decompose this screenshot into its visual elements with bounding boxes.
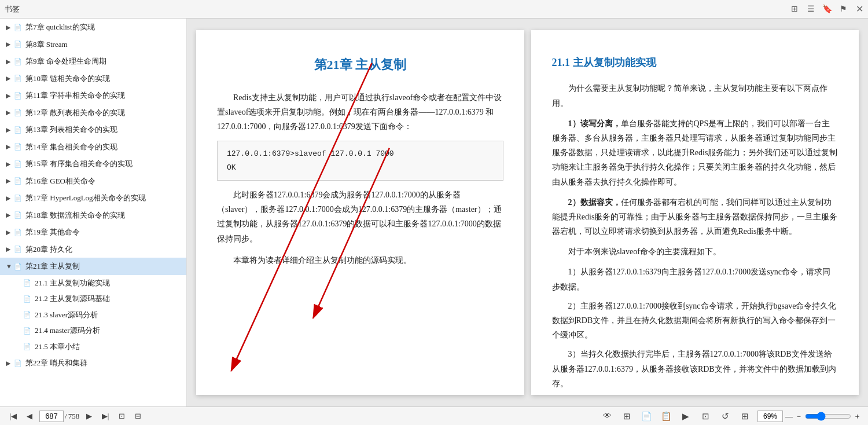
sidebar-item-label: 第13章 列表相关命令的实现	[25, 124, 182, 135]
right-point1: 1）读写分离，单台服务器能支持的QPS是有上限的，我们可以部署一台主服务器、多台…	[552, 116, 838, 189]
page-icon: 📄	[14, 39, 23, 49]
code-line-1: 127.0.0.1:6379>slaveof 127.0.0.1 7000	[227, 147, 494, 160]
page-icon: 📄	[14, 228, 23, 237]
sidebar-item-label: 第21章 主从复制	[25, 261, 182, 272]
close-button[interactable]: ✕	[856, 3, 863, 14]
sidebar-item-ch7[interactable]: ▶ 📄 第7章 quicklist的实现	[0, 19, 186, 36]
sidebar-item-ch20[interactable]: ▶ 📄 第20章 持久化	[0, 241, 186, 258]
arrow-icon: ▶	[6, 142, 14, 152]
flag-icon[interactable]: ⚑	[837, 3, 849, 15]
play-icon[interactable]: ▶	[679, 409, 693, 423]
step1: 1）从服务器127.0.0.1:6379向主服务器127.0.0.1:7000发…	[552, 265, 838, 294]
fit-width-button[interactable]: ⊟	[131, 410, 144, 423]
fit-page-icon[interactable]: ⊞	[620, 409, 634, 423]
sidebar-item-ch18[interactable]: ▶ 📄 第18章 数据流相关命令的实现	[0, 207, 186, 224]
sidebar-item-ch17[interactable]: ▶ 📄 第17章 HyperLogLog相关命令的实现	[0, 189, 186, 207]
window-title: 书签	[5, 4, 789, 14]
arrow-icon: ▶	[6, 125, 14, 135]
sidebar-item-label: 第8章 Stream	[25, 39, 182, 50]
sidebar-sub-item-21-4[interactable]: 📄 21.4 master源码分析	[0, 323, 186, 339]
sidebar-sub-label: 21.4 master源码分析	[35, 325, 100, 336]
sidebar-item-label: 第15章 有序集合相关命令的实现	[25, 158, 182, 170]
sidebar-sub-label: 21.2 主从复制源码基础	[35, 293, 110, 305]
page-icon: 📄	[14, 125, 23, 135]
sidebar-item-ch13[interactable]: ▶ 📄 第13章 列表相关命令的实现	[0, 121, 186, 138]
next-page-button[interactable]: ▶	[83, 410, 95, 423]
sidebar-item-ch16[interactable]: ▶ 📄 第16章 GEO相关命令	[0, 173, 186, 190]
document-area: 第21章 主从复制 Redis支持主从复制功能，用户可以通过执行slaveof命…	[187, 19, 868, 406]
code-line-2: OK	[227, 161, 494, 174]
zoom-area: — － ＋	[757, 411, 861, 422]
slaveof-intro: 对于本例来说slaveof命令的主要流程如下。	[552, 244, 838, 259]
left-para-2: 此时服务器127.0.0.1:6379会成为服务器127.0.0.1:7000的…	[217, 188, 503, 246]
sidebar-sub-item-21-5[interactable]: 📄 21.5 本章小结	[0, 339, 186, 355]
arrow-icon: ▶	[6, 57, 14, 67]
zoom-slider[interactable]	[805, 412, 851, 421]
page-small-icon: 📄	[23, 294, 32, 304]
sidebar-sub-item-21-2[interactable]: 📄 21.2 主从复制源码基础	[0, 291, 186, 307]
right-point2: 2）数据容灾，任何服务器都有宕机的可能，我们同样可以通过主从复制功能提升Redi…	[552, 195, 838, 239]
arrow-icon: ▶	[6, 23, 14, 32]
sidebar-item-ch21[interactable]: ▼ 📄 第21章 主从复制	[0, 258, 186, 275]
step3: 3）当持久化数据执行完毕后，主服务器127.0.0.1:7000将该RDB文件发…	[552, 347, 838, 391]
select-icon[interactable]: ⊞	[738, 409, 752, 423]
current-page-input[interactable]	[39, 411, 64, 422]
dual-page-icon[interactable]: 📋	[659, 409, 673, 423]
sidebar-item-ch8[interactable]: ▶ 📄 第8章 Stream	[0, 36, 186, 53]
page-icon: 📄	[14, 57, 23, 67]
rotate-icon[interactable]: ↺	[718, 409, 732, 423]
last-page-button[interactable]: ▶|	[99, 410, 112, 423]
sidebar-item-ch12[interactable]: ▶ 📄 第12章 散列表相关命令的实现	[0, 104, 186, 122]
snap-icon[interactable]: ⊡	[698, 409, 712, 423]
page-icon: 📄	[14, 108, 23, 118]
right-intro: 为什么需要主从复制功能呢？简单来说，主从复制功能主要有以下两点作用。	[552, 81, 838, 110]
sidebar-item-label: 第11章 字符串相关命令的实现	[25, 90, 182, 101]
sidebar-item-label: 第12章 散列表相关命令的实现	[25, 107, 182, 119]
sidebar-item-ch9[interactable]: ▶ 📄 第9章 命令处理生命周期	[0, 53, 186, 70]
page-small-icon: 📄	[23, 310, 32, 320]
sidebar-item-ch14[interactable]: ▶ 📄 第14章 集合相关命令的实现	[0, 138, 186, 156]
zoom-minus-button[interactable]: －	[795, 411, 803, 422]
page-icon: 📄	[14, 23, 23, 32]
page-icon: 📄	[14, 210, 23, 220]
page-icon: 📄	[14, 358, 23, 368]
sidebar-item-ch15[interactable]: ▶ 📄 第15章 有序集合相关命令的实现	[0, 155, 186, 173]
sidebar-item-ch10[interactable]: ▶ 📄 第10章 链相关命令的实现	[0, 70, 186, 87]
sidebar-item-label: 第19章 其他命令	[25, 226, 182, 238]
arrow-icon: ▶	[6, 108, 14, 118]
arrow-icon: ▶	[6, 74, 14, 83]
list-icon[interactable]: ☰	[805, 3, 816, 15]
sidebar-content: ▶ 📄 第7章 quicklist的实现 ▶ 📄 第8章 Stream ▶ 📄 …	[0, 19, 186, 406]
prev-page-button[interactable]: ◀	[23, 410, 36, 423]
sidebar-item-label: 第7章 quicklist的实现	[25, 21, 182, 33]
eye-icon[interactable]: 👁	[600, 409, 614, 423]
code-block: 127.0.0.1:6379>slaveof 127.0.0.1 7000 OK	[217, 141, 503, 181]
sidebar-item-ch22[interactable]: ▶ 📄 第22章 哨兵和集群	[0, 354, 186, 372]
point1-title-text: 1）读写分离，	[568, 119, 621, 128]
single-page-icon[interactable]: 📄	[639, 409, 653, 423]
fit-page-button[interactable]: ⊡	[115, 410, 128, 423]
top-bar: 书签 ⊞ ☰ 🔖 ⚑ ✕	[0, 0, 868, 19]
page-icon: 📄	[14, 142, 23, 152]
zoom-input[interactable]	[757, 411, 783, 422]
sidebar-sub-label: 21.3 slaver源码分析	[35, 309, 98, 321]
sidebar-item-ch11[interactable]: ▶ 📄 第11章 字符串相关命令的实现	[0, 87, 186, 104]
sidebar-sub-item-21-3[interactable]: 📄 21.3 slaver源码分析	[0, 307, 186, 323]
page-icon: 📄	[14, 91, 23, 101]
page-separator: /	[65, 412, 67, 421]
arrow-icon: ▼	[6, 262, 14, 272]
bookmark-icon[interactable]: 🔖	[821, 3, 833, 15]
sidebar: ▶ 📄 第7章 quicklist的实现 ▶ 📄 第8章 Stream ▶ 📄 …	[0, 19, 187, 406]
arrow-icon: ▶	[6, 39, 14, 49]
sidebar-item-label: 第9章 命令处理生命周期	[25, 56, 182, 67]
grid-icon[interactable]: ⊞	[789, 3, 800, 15]
total-pages: 758	[68, 412, 80, 421]
zoom-plus-button[interactable]: ＋	[854, 411, 861, 422]
page-icon: 📄	[14, 74, 23, 83]
page-small-icon: 📄	[23, 326, 32, 336]
first-page-button[interactable]: |◀	[7, 410, 20, 423]
arrow-icon: ▶	[6, 228, 14, 237]
sidebar-item-ch19[interactable]: ▶ 📄 第19章 其他命令	[0, 224, 186, 241]
bottom-right-tools: 👁 ⊞ 📄 📋 ▶ ⊡ ↺ ⊞ — － ＋	[600, 409, 861, 423]
sidebar-sub-item-21-1[interactable]: 📄 21.1 主从复制功能实现	[0, 275, 186, 291]
